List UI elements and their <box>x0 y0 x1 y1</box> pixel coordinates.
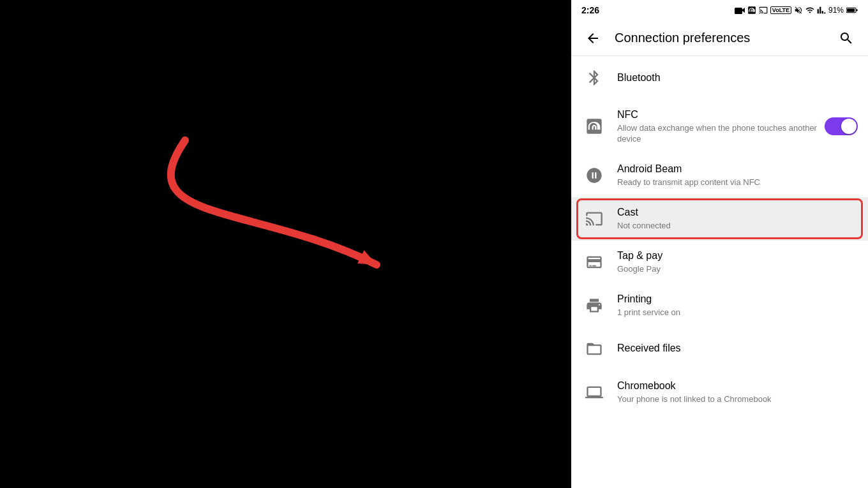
printing-item[interactable]: Printing 1 print service on <box>571 284 868 327</box>
status-bar: 2:26 VoLTE <box>571 0 868 20</box>
chromebook-title: Chromebook <box>617 380 858 393</box>
android-beam-icon-container <box>581 163 607 188</box>
bluetooth-title: Bluetooth <box>617 71 858 85</box>
svg-rect-3 <box>847 8 855 11</box>
signal-icon <box>817 6 826 15</box>
search-icon <box>839 31 854 46</box>
tap-pay-title: Tap & pay <box>617 249 858 263</box>
back-arrow-icon <box>585 31 601 46</box>
cast-icon-container <box>581 206 607 232</box>
cast-status-icon <box>759 6 768 15</box>
tap-pay-item[interactable]: Tap & pay Google Pay <box>571 240 868 284</box>
android-beam-item[interactable]: Android Beam Ready to transmit app conte… <box>571 154 868 197</box>
cast-item[interactable]: Cast Not connected <box>571 197 868 240</box>
phone-panel: 2:26 VoLTE <box>571 0 868 488</box>
bluetooth-icon-container <box>581 65 607 91</box>
printing-icon-container <box>581 293 607 318</box>
bluetooth-item[interactable]: Bluetooth <box>571 56 868 100</box>
nfc-title: NFC <box>617 108 825 122</box>
android-beam-icon <box>585 166 603 184</box>
search-button[interactable] <box>835 27 858 50</box>
page-title: Connection preferences <box>615 31 835 45</box>
chromebook-text: Chromebook Your phone is not linked to a… <box>617 380 858 405</box>
chromebook-subtitle: Your phone is not linked to a Chromebook <box>617 394 858 405</box>
android-beam-title: Android Beam <box>617 163 858 176</box>
status-icons: VoLTE 91% <box>735 6 858 15</box>
nfc-icon-container <box>581 114 607 139</box>
svg-rect-0 <box>735 8 742 14</box>
nfc-icon <box>747 6 756 15</box>
received-files-title: Received files <box>617 342 858 355</box>
camera-icon <box>735 6 745 14</box>
received-files-item[interactable]: Received files <box>571 327 868 371</box>
tap-pay-subtitle: Google Pay <box>617 264 858 275</box>
android-beam-subtitle: Ready to transmit app content via NFC <box>617 177 858 188</box>
battery-icon <box>846 6 858 14</box>
cast-subtitle: Not connected <box>617 221 858 232</box>
bluetooth-icon <box>585 69 603 87</box>
app-bar: Connection preferences <box>571 20 868 56</box>
nfc-item[interactable]: NFC Allow data exchange when the phone t… <box>571 100 868 154</box>
volte-badge: VoLTE <box>770 6 791 14</box>
tap-pay-text: Tap & pay Google Pay <box>617 249 858 275</box>
wifi-icon <box>805 6 814 15</box>
printing-icon <box>585 297 603 314</box>
printing-text: Printing 1 print service on <box>617 293 858 318</box>
nfc-subtitle: Allow data exchange when the phone touch… <box>617 123 825 145</box>
cast-title: Cast <box>617 206 858 219</box>
svg-rect-4 <box>856 10 857 11</box>
tap-pay-icon-container <box>581 249 607 275</box>
printing-title: Printing <box>617 293 858 306</box>
chromebook-icon-container <box>581 380 607 405</box>
cast-icon <box>585 210 603 228</box>
mute-icon <box>794 6 803 15</box>
received-files-icon-container <box>581 336 607 362</box>
android-beam-text: Android Beam Ready to transmit app conte… <box>617 163 858 188</box>
status-time: 2:26 <box>581 5 599 15</box>
received-files-text: Received files <box>617 342 858 355</box>
nfc-toggle-thumb <box>841 119 857 134</box>
cast-text: Cast Not connected <box>617 206 858 232</box>
chromebook-item[interactable]: Chromebook Your phone is not linked to a… <box>571 371 868 414</box>
back-button[interactable] <box>581 27 604 50</box>
tap-pay-icon <box>585 253 603 271</box>
nfc-setting-icon <box>585 117 603 135</box>
received-files-icon <box>585 340 603 358</box>
battery-percent: 91% <box>828 6 844 15</box>
nfc-text: NFC Allow data exchange when the phone t… <box>617 108 825 145</box>
chromebook-icon <box>585 383 603 401</box>
svg-marker-1 <box>742 8 745 13</box>
nfc-toggle[interactable] <box>825 117 858 135</box>
printing-subtitle: 1 print service on <box>617 307 858 318</box>
settings-list: Bluetooth NFC Allow data exchange when t… <box>571 56 868 488</box>
bluetooth-text: Bluetooth <box>617 71 858 85</box>
